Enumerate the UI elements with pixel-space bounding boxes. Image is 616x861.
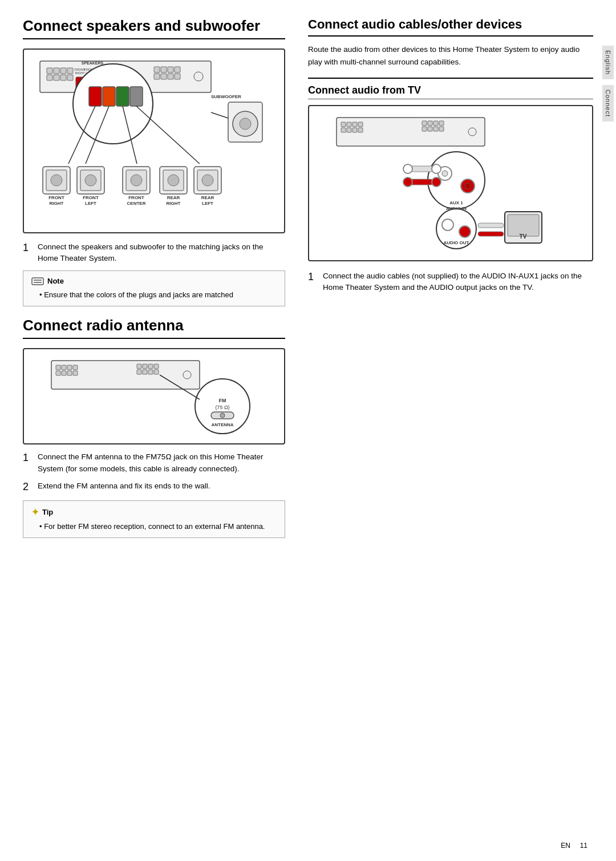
divider (308, 78, 593, 79)
svg-text:FRONT: FRONT (48, 195, 64, 200)
svg-point-62 (168, 175, 179, 186)
page-footer: EN 11 (561, 842, 587, 850)
antenna-diagram-svg: FM (75 Ω) ANTENNA (46, 355, 262, 438)
svg-rect-16 (175, 74, 180, 79)
svg-text:SUBWOOFER: SUBWOOFER (211, 94, 241, 99)
subsection-title: Connect audio from TV (308, 84, 593, 99)
tip-box: ✦ Tip • For better FM stereo reception, … (23, 500, 285, 539)
svg-rect-2 (54, 68, 59, 74)
svg-text:SPEAKERS: SPEAKERS (82, 61, 104, 65)
tip-icon: ✦ (31, 507, 39, 518)
svg-text:RIGHT: RIGHT (50, 201, 64, 206)
note-label: Note (47, 277, 64, 285)
svg-text:(75 Ω): (75 Ω) (215, 405, 229, 410)
svg-point-134 (432, 177, 441, 187)
tip-label: Tip (42, 508, 53, 516)
svg-point-137 (459, 226, 471, 237)
svg-rect-38 (89, 87, 102, 106)
svg-text:AUDIO OUT: AUDIO OUT (444, 240, 469, 245)
language-label: EN (561, 842, 570, 850)
svg-rect-80 (56, 365, 60, 370)
svg-rect-91 (154, 364, 159, 369)
svg-rect-40 (116, 87, 129, 106)
note-header: Note (31, 277, 277, 286)
svg-rect-11 (168, 67, 173, 72)
svg-point-17 (194, 72, 203, 81)
section1-title: Connect speakers and subwoofer (23, 17, 285, 39)
tip-text: • For better FM stereo reception, connec… (31, 521, 277, 532)
svg-rect-41 (130, 87, 143, 106)
svg-rect-14 (161, 74, 167, 79)
radio-step1-text: 1 Connect the FM antenna to the FM75Ω ja… (23, 451, 285, 475)
svg-rect-5 (47, 75, 52, 80)
audio-step1-text: 1 Connect the audio cables (not supplied… (308, 270, 593, 294)
svg-text:FRONT: FRONT (83, 195, 99, 200)
svg-rect-89 (143, 364, 147, 369)
note-box: Note • Ensure that the colors of the plu… (23, 270, 285, 307)
svg-rect-8 (67, 75, 73, 80)
antenna-diagram: FM (75 Ω) ANTENNA (23, 348, 285, 444)
radio-step2-text: 2 Extend the FM antenna and fix its ends… (23, 480, 285, 495)
radio-step2-content: Extend the FM antenna and fix its ends t… (38, 480, 210, 495)
svg-point-101 (220, 413, 225, 418)
audio-tv-diagram: AUX 1 AUDIO IN (308, 105, 593, 261)
section3-body: Route the audio from other devices to th… (308, 43, 593, 68)
audio-step1-number: 1 (308, 269, 318, 294)
svg-rect-88 (137, 364, 141, 369)
svg-rect-39 (103, 87, 115, 106)
side-tabs: English Connect (600, 0, 616, 861)
svg-rect-130 (410, 179, 433, 185)
svg-rect-4 (67, 68, 73, 74)
radio-step1-content: Connect the FM antenna to the FM75Ω jack… (38, 451, 285, 475)
svg-text:FRONT: FRONT (128, 195, 144, 200)
svg-rect-140 (478, 232, 504, 236)
svg-point-96 (183, 371, 191, 379)
audio-tv-diagram-svg: AUX 1 AUDIO IN (331, 112, 570, 254)
speaker-diagram-svg: SPEAKERS FRONT RIGHT FRONT LEFT FRONT CE… (34, 55, 274, 227)
svg-rect-12 (175, 67, 180, 72)
svg-rect-109 (352, 122, 357, 127)
svg-rect-94 (148, 370, 153, 374)
svg-text:FM: FM (219, 398, 226, 403)
svg-rect-95 (154, 370, 159, 374)
svg-text:RIGHT: RIGHT (167, 201, 181, 206)
left-column: Connect speakers and subwoofer (23, 17, 285, 844)
svg-text:LEFT: LEFT (85, 201, 96, 206)
svg-rect-76 (32, 278, 43, 285)
svg-rect-86 (67, 371, 72, 375)
svg-point-59 (131, 175, 142, 186)
svg-rect-92 (137, 370, 141, 374)
svg-rect-3 (60, 68, 66, 74)
svg-rect-13 (154, 74, 160, 79)
svg-rect-118 (428, 127, 432, 131)
svg-point-126 (465, 183, 471, 189)
section2-title: Connect radio antenna (23, 317, 285, 339)
svg-point-132 (403, 177, 412, 187)
svg-point-49 (240, 118, 251, 130)
svg-rect-111 (352, 128, 357, 132)
svg-text:AUX 1: AUX 1 (449, 200, 463, 205)
svg-point-136 (442, 219, 453, 231)
svg-rect-120 (439, 127, 444, 131)
svg-rect-107 (341, 128, 346, 132)
svg-rect-119 (433, 127, 438, 131)
svg-rect-6 (54, 75, 59, 80)
radio-step2-number: 2 (23, 479, 33, 495)
svg-rect-87 (73, 371, 78, 375)
svg-point-131 (403, 164, 412, 173)
svg-text:ANTENNA: ANTENNA (211, 422, 233, 427)
svg-rect-105 (341, 122, 346, 127)
svg-rect-117 (422, 127, 427, 131)
audio-step1-content: Connect the audio cables (not supplied) … (323, 270, 593, 294)
svg-rect-83 (62, 371, 66, 375)
main-content: Connect speakers and subwoofer (0, 0, 616, 861)
svg-rect-93 (143, 370, 147, 374)
note-icon (31, 277, 44, 286)
tip-header: ✦ Tip (31, 507, 277, 518)
section3-title: Connect audio cables/other devices (308, 17, 593, 37)
svg-rect-84 (67, 365, 72, 370)
svg-line-45 (136, 106, 200, 164)
svg-rect-110 (358, 122, 363, 127)
svg-text:LEFT: LEFT (202, 201, 213, 206)
right-column: Connect audio cables/other devices Route… (302, 17, 593, 844)
